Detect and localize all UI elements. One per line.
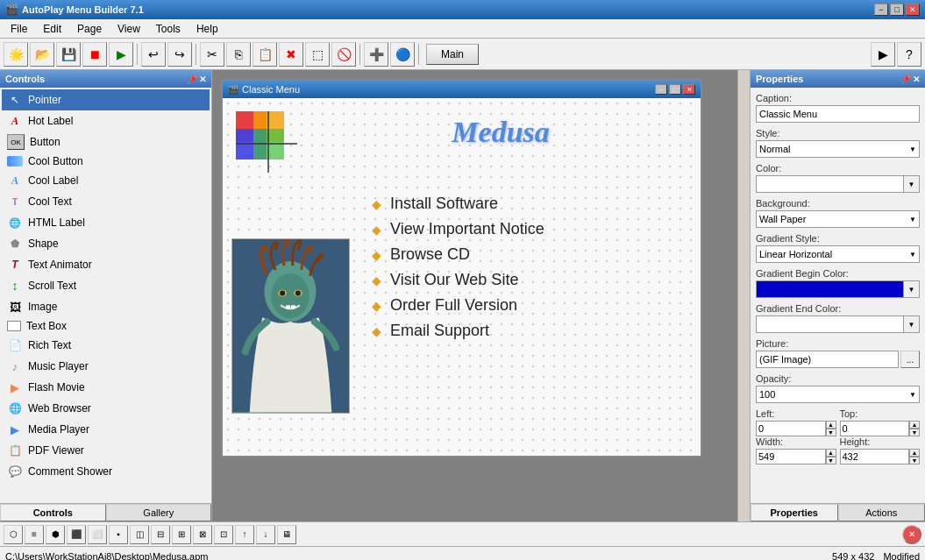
order-front-button[interactable]: ↑: [235, 525, 254, 544]
tab-controls[interactable]: Controls: [0, 504, 106, 521]
ctrl-text-animator[interactable]: T Text Animator: [2, 254, 210, 275]
properties-close-icon[interactable]: ✕: [913, 74, 920, 84]
ctrl-cool-text[interactable]: T Cool Text: [2, 191, 210, 212]
menu-entry-2[interactable]: ◆ Browse CD: [372, 245, 544, 264]
ctrl-html-label[interactable]: 🌐 HTML Label: [2, 212, 210, 233]
prop-gradient-end-dropdown[interactable]: ▼: [903, 316, 919, 332]
menu-window-minimize[interactable]: −: [655, 84, 667, 95]
align-bottom-button[interactable]: ▪: [109, 525, 128, 544]
distribute-h-button[interactable]: ◫: [130, 525, 149, 544]
properties-pin-icon[interactable]: 📌: [900, 74, 911, 84]
menu-window-maximize[interactable]: □: [669, 84, 681, 95]
undo-button[interactable]: ↩: [141, 42, 166, 67]
align-right-button[interactable]: ⬢: [46, 525, 65, 544]
ctrl-cool-label[interactable]: A Cool Label: [2, 170, 210, 191]
same-width-button[interactable]: ⊞: [172, 525, 191, 544]
prop-left-down[interactable]: ▼: [826, 429, 836, 436]
prop-background-select[interactable]: Wall Paper ▼: [756, 210, 920, 228]
ctrl-media-player[interactable]: ▶ Media Player: [2, 419, 210, 440]
distribute-v-button[interactable]: ⊟: [151, 525, 170, 544]
ctrl-flash-movie[interactable]: ▶ Flash Movie: [2, 377, 210, 398]
ctrl-pointer[interactable]: ↖ Pointer: [2, 89, 210, 110]
prop-style-select[interactable]: Normal ▼: [756, 140, 920, 158]
prop-gradient-begin-dropdown[interactable]: ▼: [903, 281, 919, 297]
prop-height-input[interactable]: [840, 449, 910, 464]
minimize-button[interactable]: −: [874, 4, 888, 16]
canvas-scrollbar[interactable]: [737, 70, 750, 521]
menu-entry-4[interactable]: ◆ Order Full Version: [372, 296, 544, 315]
page-add-button[interactable]: ➕: [364, 42, 388, 67]
align-left-button[interactable]: ⬡: [4, 525, 23, 544]
menu-file[interactable]: File: [4, 21, 34, 37]
prop-gradient-style-select[interactable]: Linear Horizontal ▼: [756, 245, 920, 263]
prop-picture-input[interactable]: (GIF Image): [756, 351, 899, 368]
ctrl-button[interactable]: OK Button: [2, 131, 210, 152]
menu-entry-1[interactable]: ◆ View Important Notice: [372, 220, 544, 238]
delete-button[interactable]: ✖: [279, 42, 303, 67]
open-button[interactable]: 📂: [30, 42, 54, 67]
canvas-area[interactable]: 🎬 Classic Menu − □ ✕: [212, 70, 750, 521]
tab-properties[interactable]: Properties: [751, 504, 838, 521]
menu-view[interactable]: View: [110, 21, 147, 37]
prop-picture-browse[interactable]: ...: [900, 351, 920, 368]
ctrl-cool-button[interactable]: Cool Button: [2, 152, 210, 170]
cut-button[interactable]: ✂: [200, 42, 224, 67]
menu-tools[interactable]: Tools: [149, 21, 188, 37]
menu-entry-3[interactable]: ◆ Visit Our Web Site: [372, 271, 544, 289]
prop-color-picker[interactable]: ▼: [756, 175, 920, 193]
ctrl-image[interactable]: 🖼 Image: [2, 296, 210, 317]
monitor-button[interactable]: 🖥: [277, 525, 296, 544]
menu-page[interactable]: Page: [70, 21, 109, 37]
prop-gradient-end-picker[interactable]: ▼: [756, 315, 920, 333]
ctrl-music-player[interactable]: ♪ Music Player: [2, 356, 210, 377]
title-bar-controls[interactable]: − □ ✕: [874, 4, 920, 16]
page-nav-button[interactable]: 🔵: [390, 42, 415, 67]
prop-width-down[interactable]: ▼: [826, 457, 836, 464]
tab-actions[interactable]: Actions: [838, 504, 926, 521]
same-height-button[interactable]: ⊠: [193, 525, 212, 544]
prop-gradient-begin-picker[interactable]: ▼: [756, 280, 920, 298]
copy-button[interactable]: ⎘: [226, 42, 251, 67]
prop-height-down[interactable]: ▼: [909, 457, 920, 464]
run-button[interactable]: ▶: [109, 42, 133, 67]
ctrl-comment-shower[interactable]: 💬 Comment Shower: [2, 461, 210, 482]
order-back-button[interactable]: ↓: [256, 525, 275, 544]
prop-color-dropdown[interactable]: ▼: [903, 176, 919, 192]
prop-top-down[interactable]: ▼: [909, 429, 920, 436]
maximize-button[interactable]: □: [890, 4, 904, 16]
ctrl-web-browser[interactable]: 🌐 Web Browser: [2, 398, 210, 419]
new-button[interactable]: 🌟: [4, 42, 28, 67]
prop-top-input[interactable]: [840, 421, 910, 436]
menu-canvas[interactable]: Medusa: [223, 98, 701, 456]
controls-close-icon[interactable]: ✕: [199, 74, 206, 84]
align-middle-button[interactable]: ⬜: [88, 525, 107, 544]
help-button[interactable]: ?: [897, 42, 921, 67]
prop-top-up[interactable]: ▲: [909, 421, 920, 429]
ctrl-rich-text[interactable]: 📄 Rich Text: [2, 335, 210, 356]
prop-width-up[interactable]: ▲: [826, 449, 836, 457]
menu-entry-0[interactable]: ◆ Install Software: [372, 195, 544, 213]
tab-gallery[interactable]: Gallery: [106, 504, 212, 521]
ctrl-scroll-text[interactable]: ↕ Scroll Text: [2, 275, 210, 296]
prop-caption-input[interactable]: [756, 105, 920, 123]
prop-opacity-select[interactable]: 100 ▼: [756, 386, 920, 403]
menu-edit[interactable]: Edit: [36, 21, 68, 37]
deselect-button[interactable]: 🚫: [331, 42, 356, 67]
align-center-button[interactable]: ≡: [25, 525, 44, 544]
same-size-button[interactable]: ⊡: [214, 525, 233, 544]
main-tab-button[interactable]: Main: [426, 44, 479, 65]
redo-button[interactable]: ↪: [167, 42, 192, 67]
menu-window-close[interactable]: ✕: [683, 84, 695, 95]
save-button[interactable]: 💾: [56, 42, 81, 67]
ctrl-pdf-viewer[interactable]: 📋 PDF Viewer: [2, 440, 210, 461]
ctrl-hot-label[interactable]: A Hot Label: [2, 110, 210, 131]
prop-left-input[interactable]: [756, 421, 826, 436]
prop-height-up[interactable]: ▲: [909, 449, 920, 457]
select-all-button[interactable]: ⬚: [305, 42, 330, 67]
menu-window-title-buttons[interactable]: − □ ✕: [655, 84, 695, 95]
prop-width-input[interactable]: [756, 449, 826, 464]
controls-pin-icon[interactable]: 📌: [187, 74, 197, 84]
stop-button[interactable]: ⏹: [82, 42, 107, 67]
menu-entry-5[interactable]: ◆ Email Support: [372, 322, 544, 340]
ctrl-shape[interactable]: ⬟ Shape: [2, 233, 210, 254]
